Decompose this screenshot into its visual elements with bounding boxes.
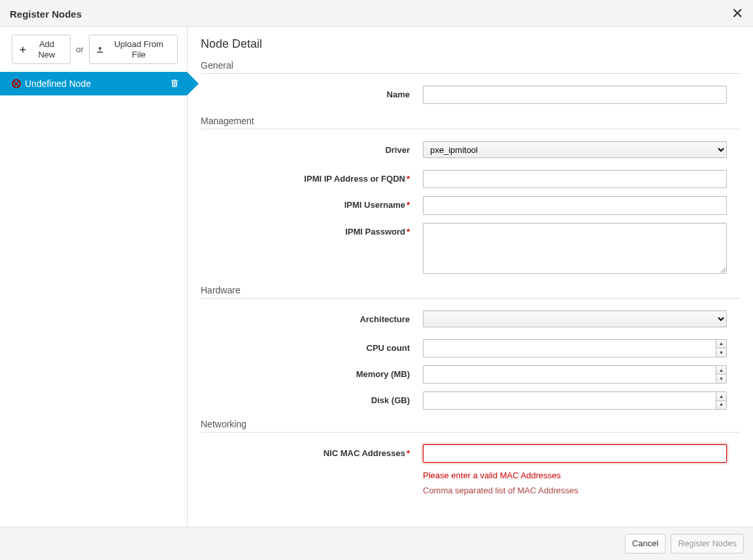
cpu-count-label: CPU count <box>367 343 410 353</box>
node-item-label: Undefined Node <box>25 78 170 89</box>
dialog-body: Add New or Upload From File Undefined No… <box>0 27 753 527</box>
chevron-down-icon[interactable]: ▼ <box>716 401 726 410</box>
name-label: Name <box>201 86 423 99</box>
required-marker: * <box>407 227 410 237</box>
chevron-down-icon[interactable]: ▼ <box>716 374 726 383</box>
memory-label: Memory (MB) <box>356 369 410 379</box>
cpu-count-input[interactable] <box>423 339 727 357</box>
ipmi-username-input[interactable] <box>423 196 727 214</box>
node-detail-panel: Node Detail General Name Management Driv… <box>188 27 753 527</box>
mac-input[interactable] <box>423 444 727 463</box>
or-text: or <box>76 44 84 54</box>
sidebar: Add New or Upload From File Undefined No… <box>0 27 188 527</box>
architecture-label: Architecture <box>360 314 410 324</box>
ipmi-password-label: IPMI Password <box>345 227 405 237</box>
register-nodes-button[interactable]: Register Nodes <box>671 534 744 553</box>
mac-label: NIC MAC Addresses <box>324 448 405 458</box>
dialog-header: Register Nodes ✕ <box>0 0 753 27</box>
add-new-button[interactable]: Add New <box>12 35 71 64</box>
driver-label: Driver <box>385 145 410 155</box>
section-general: General <box>201 60 740 74</box>
add-new-label: Add New <box>30 39 64 59</box>
name-input[interactable] <box>423 86 727 104</box>
memory-stepper[interactable]: ▲▼ <box>716 366 726 383</box>
disk-stepper[interactable]: ▲▼ <box>716 392 726 409</box>
sidebar-toolbar: Add New or Upload From File <box>0 27 187 72</box>
dialog-footer: Cancel Register Nodes <box>0 527 753 560</box>
plus-icon <box>19 46 27 54</box>
ipmi-username-label: IPMI Username <box>344 200 405 210</box>
mac-help-text: Comma separated list of MAC Addresses <box>423 486 740 495</box>
section-networking: Networking <box>201 419 740 433</box>
chevron-up-icon[interactable]: ▲ <box>716 392 726 401</box>
chevron-up-icon[interactable]: ▲ <box>716 366 726 375</box>
chevron-down-icon[interactable]: ▼ <box>716 348 726 357</box>
trash-icon[interactable] <box>170 78 179 90</box>
cancel-button[interactable]: Cancel <box>625 534 665 553</box>
memory-input[interactable] <box>423 365 727 384</box>
sidebar-node-item[interactable]: Undefined Node <box>0 72 187 95</box>
required-marker: * <box>407 448 410 458</box>
disk-input[interactable] <box>423 391 727 410</box>
upload-icon <box>96 46 104 54</box>
disk-label: Disk (GB) <box>371 395 410 405</box>
upload-label: Upload From File <box>107 39 171 59</box>
error-circle-icon <box>12 79 21 88</box>
section-management: Management <box>201 116 740 129</box>
detail-title: Node Detail <box>201 37 740 51</box>
register-nodes-dialog: Register Nodes ✕ Add New or Upload From … <box>0 0 753 560</box>
ipmi-address-input[interactable] <box>423 170 727 188</box>
driver-select[interactable]: pxe_ipmitool <box>423 141 727 158</box>
ipmi-password-input[interactable] <box>423 223 727 274</box>
required-marker: * <box>407 174 410 184</box>
close-icon[interactable]: ✕ <box>731 7 743 21</box>
chevron-up-icon[interactable]: ▲ <box>716 340 726 349</box>
upload-from-file-button[interactable]: Upload From File <box>89 35 178 64</box>
cpu-stepper[interactable]: ▲▼ <box>716 340 726 357</box>
mac-error-text: Please enter a valid MAC Addresses <box>423 470 740 480</box>
required-marker: * <box>407 200 410 210</box>
section-hardware: Hardware <box>201 285 740 299</box>
dialog-title: Register Nodes <box>10 8 82 20</box>
ipmi-address-label: IPMI IP Address or FQDN <box>304 174 405 184</box>
architecture-select[interactable] <box>423 310 727 327</box>
